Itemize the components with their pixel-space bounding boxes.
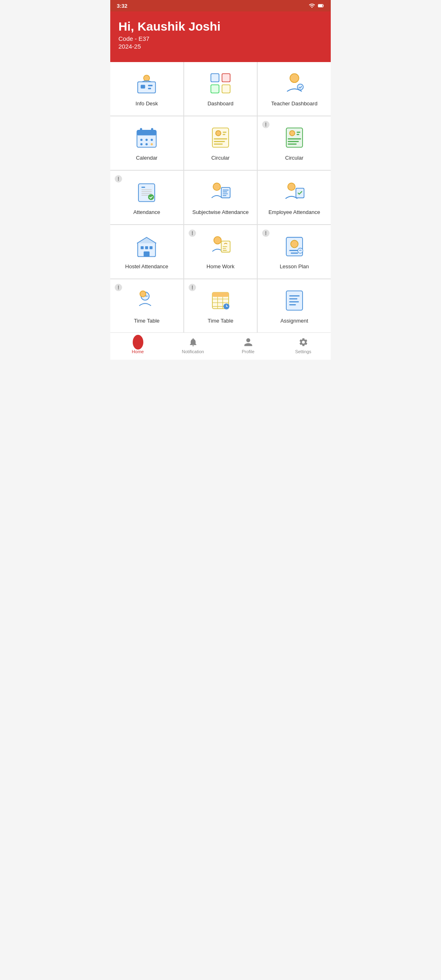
nav-item-profile[interactable]: Profile bbox=[220, 337, 276, 354]
svg-rect-36 bbox=[287, 138, 301, 140]
svg-point-33 bbox=[290, 131, 295, 136]
header-greeting: Hi, Kaushik Joshi bbox=[118, 20, 323, 33]
settings-nav-icon bbox=[298, 337, 309, 347]
teacher-dashboard-icon bbox=[281, 70, 307, 96]
subjectwise-attendance-icon bbox=[207, 179, 234, 205]
lesson-plan-icon bbox=[281, 233, 307, 259]
attendance-label: Attendance bbox=[133, 209, 160, 216]
status-bar: 3:32 bbox=[110, 0, 331, 11]
info-desk-icon bbox=[134, 70, 160, 96]
assignment-icon bbox=[281, 287, 307, 314]
svg-rect-52 bbox=[223, 195, 226, 196]
svg-point-18 bbox=[140, 139, 143, 141]
grid-item-calendar[interactable]: Calendar bbox=[110, 116, 183, 170]
header-code: Code - E37 bbox=[118, 35, 323, 42]
svg-rect-3 bbox=[138, 82, 156, 93]
calendar-label: Calendar bbox=[136, 155, 158, 162]
home-work-label: Home Work bbox=[207, 263, 234, 270]
wifi-icon bbox=[309, 2, 315, 9]
status-time: 3:32 bbox=[117, 3, 127, 9]
grid-item-teacher-dashboard[interactable]: Teacher Dashboard bbox=[258, 62, 331, 116]
home-work-badge bbox=[188, 229, 196, 237]
svg-rect-51 bbox=[223, 193, 228, 194]
svg-point-68 bbox=[291, 240, 298, 247]
battery-icon bbox=[318, 2, 324, 9]
svg-rect-11 bbox=[222, 85, 230, 93]
grid-item-assignment[interactable]: Assignment bbox=[258, 279, 331, 333]
lesson-plan-badge bbox=[262, 229, 270, 237]
circular2-badge bbox=[262, 120, 270, 129]
time-table1-badge bbox=[114, 283, 122, 292]
svg-point-23 bbox=[151, 143, 153, 145]
header: Hi, Kaushik Joshi Code - E37 2024-25 bbox=[110, 11, 331, 62]
time-table1-icon bbox=[134, 287, 160, 314]
time-table1-label: Time Table bbox=[134, 318, 160, 325]
grid-item-hostel-attendance[interactable]: Hostel Attendance bbox=[110, 225, 183, 278]
grid-item-time-table1[interactable]: Time Table bbox=[110, 279, 183, 333]
grid-item-attendance[interactable]: Attendance bbox=[110, 171, 183, 224]
nav-item-settings[interactable]: Settings bbox=[276, 337, 331, 354]
lesson-plan-label: Lesson Plan bbox=[280, 263, 309, 270]
svg-rect-29 bbox=[214, 141, 225, 142]
grid-item-subjectwise-attendance[interactable]: Subjectwise Attendance bbox=[184, 171, 257, 224]
notification-nav-icon bbox=[188, 337, 198, 347]
svg-point-22 bbox=[146, 143, 148, 145]
svg-rect-48 bbox=[221, 187, 230, 198]
grid-item-info-desk[interactable]: Info Desk bbox=[110, 62, 183, 116]
svg-rect-35 bbox=[296, 134, 299, 135]
nav-item-home[interactable]: Home bbox=[110, 337, 165, 354]
svg-rect-9 bbox=[222, 74, 230, 82]
svg-rect-49 bbox=[223, 189, 229, 190]
svg-rect-57 bbox=[145, 246, 148, 249]
svg-rect-64 bbox=[223, 248, 226, 249]
home-nav-icon bbox=[133, 337, 143, 347]
svg-rect-38 bbox=[287, 143, 296, 145]
svg-rect-26 bbox=[223, 131, 226, 133]
grid-item-circular1[interactable]: Circular bbox=[184, 116, 257, 170]
home-nav-label: Home bbox=[132, 349, 144, 354]
svg-rect-30 bbox=[214, 143, 223, 145]
time-table2-label: Time Table bbox=[208, 318, 234, 325]
svg-point-71 bbox=[298, 248, 303, 253]
employee-attendance-icon bbox=[281, 179, 307, 205]
grid-item-circular2[interactable]: Circular bbox=[258, 116, 331, 170]
grid-item-time-table2[interactable]: Time Table bbox=[184, 279, 257, 333]
assignment-label: Assignment bbox=[281, 318, 308, 325]
svg-rect-8 bbox=[211, 74, 219, 82]
svg-rect-84 bbox=[286, 291, 303, 310]
svg-rect-85 bbox=[289, 295, 299, 296]
svg-rect-43 bbox=[142, 191, 152, 192]
svg-point-46 bbox=[148, 194, 154, 200]
profile-nav-label: Profile bbox=[242, 349, 254, 354]
svg-rect-87 bbox=[289, 301, 299, 302]
grid-item-home-work[interactable]: Home Work bbox=[184, 225, 257, 278]
svg-rect-70 bbox=[291, 252, 298, 254]
svg-rect-4 bbox=[141, 85, 145, 89]
grid-item-employee-attendance[interactable]: Employee Attendance bbox=[258, 171, 331, 224]
notification-nav-label: Notification bbox=[182, 349, 204, 354]
svg-rect-86 bbox=[289, 298, 297, 299]
svg-rect-1 bbox=[318, 4, 322, 7]
dashboard-label: Dashboard bbox=[207, 100, 234, 107]
status-icons bbox=[309, 2, 324, 9]
employee-attendance-label: Employee Attendance bbox=[268, 209, 320, 216]
svg-rect-10 bbox=[211, 85, 219, 93]
grid-item-dashboard[interactable]: Dashboard bbox=[184, 62, 257, 116]
svg-rect-2 bbox=[323, 5, 323, 7]
svg-rect-42 bbox=[142, 189, 152, 190]
nav-item-notification[interactable]: Notification bbox=[165, 337, 220, 354]
attendance-icon bbox=[134, 179, 160, 205]
svg-point-21 bbox=[140, 143, 143, 145]
svg-rect-59 bbox=[144, 251, 150, 256]
grid-item-lesson-plan[interactable]: Lesson Plan bbox=[258, 225, 331, 278]
dashboard-icon bbox=[207, 70, 234, 96]
svg-rect-34 bbox=[296, 131, 300, 133]
svg-rect-58 bbox=[150, 246, 153, 249]
circular2-label: Circular bbox=[285, 155, 303, 162]
svg-rect-50 bbox=[223, 192, 227, 192]
hostel-attendance-icon bbox=[134, 233, 160, 259]
subjectwise-attendance-label: Subjectwise Attendance bbox=[192, 209, 249, 216]
svg-point-53 bbox=[287, 183, 295, 190]
svg-rect-28 bbox=[214, 138, 227, 140]
svg-rect-88 bbox=[289, 304, 296, 305]
